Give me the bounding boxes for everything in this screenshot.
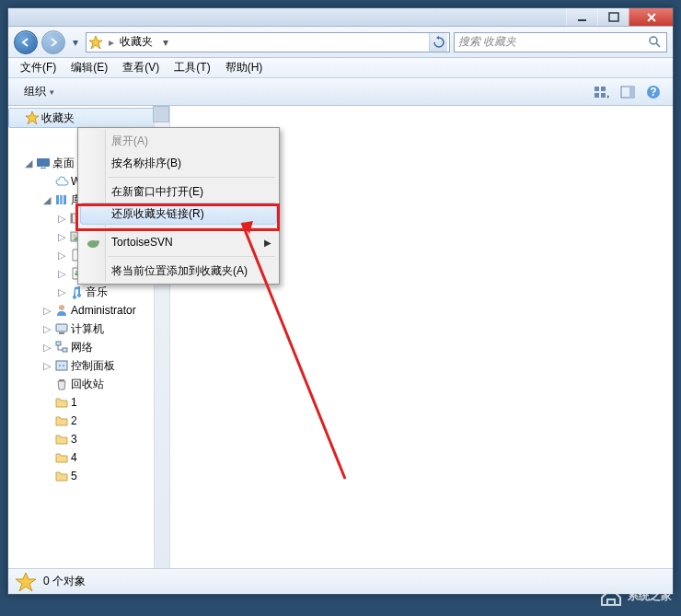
svg-rect-8 xyxy=(601,93,606,98)
expand-icon[interactable]: ▷ xyxy=(56,286,67,298)
context-menu: 展开(A) 按名称排序(B) 在新窗口中打开(E) 还原收藏夹链接(R) Tor… xyxy=(77,127,280,285)
expand-icon[interactable]: ◢ xyxy=(23,157,34,169)
tree-folder-5[interactable]: 5 xyxy=(8,467,155,485)
separator xyxy=(108,177,275,178)
address-dropdown[interactable]: ▾ xyxy=(158,36,173,49)
explorer-window: ▾ ▸ 收藏夹 ▾ 搜索 收藏夹 文件(F) 编辑(E) 查看(V) 工具(T)… xyxy=(7,7,674,595)
tree-folder-3[interactable]: 3 xyxy=(8,430,155,448)
tree-favorites[interactable]: 收藏夹 xyxy=(8,108,155,128)
svg-rect-26 xyxy=(59,332,64,334)
expand-icon[interactable]: ◢ xyxy=(41,194,52,206)
svg-marker-33 xyxy=(16,573,36,591)
tree-control-panel[interactable]: ▷ 控制面板 xyxy=(8,356,155,375)
tree-label: 1 xyxy=(71,396,77,409)
ctx-sort-by-name[interactable]: 按名称排序(B) xyxy=(80,152,277,174)
separator xyxy=(108,256,275,257)
svg-rect-18 xyxy=(63,195,66,204)
computer-icon xyxy=(54,321,69,336)
breadcrumb-location[interactable]: 收藏夹 xyxy=(120,34,153,50)
menu-tools[interactable]: 工具(T) xyxy=(167,58,216,77)
organize-button[interactable]: 组织 ▾ xyxy=(16,80,63,103)
forward-button[interactable] xyxy=(41,30,65,54)
svg-text:?: ? xyxy=(650,86,656,99)
expand-icon[interactable]: ▷ xyxy=(41,360,52,372)
tree-label: 3 xyxy=(71,433,77,446)
nav-history-dropdown[interactable]: ▾ xyxy=(69,33,82,52)
search-box[interactable]: 搜索 收藏夹 xyxy=(454,32,667,52)
expand-icon[interactable]: ▷ xyxy=(56,268,67,280)
svg-rect-10 xyxy=(629,87,634,98)
svg-rect-7 xyxy=(594,93,599,98)
tree-label: 控制面板 xyxy=(71,358,115,374)
tree-label: 音乐 xyxy=(86,285,108,300)
svg-rect-25 xyxy=(56,324,67,331)
menu-view[interactable]: 查看(V) xyxy=(116,58,166,77)
back-button[interactable] xyxy=(14,30,38,54)
ctx-tortoisesvn[interactable]: TortoiseSVN ▶ xyxy=(80,231,277,253)
folder-icon xyxy=(54,432,69,447)
expand-icon[interactable]: ▷ xyxy=(41,342,52,354)
ctx-expand: 展开(A) xyxy=(80,130,277,152)
search-placeholder: 搜索 收藏夹 xyxy=(458,34,516,50)
organize-label: 组织 xyxy=(24,84,46,99)
tree-network[interactable]: ▷ 网络 xyxy=(8,338,155,356)
preview-pane-button[interactable] xyxy=(616,82,640,102)
ctx-add-current-location[interactable]: 将当前位置添加到收藏夹(A) xyxy=(80,260,277,282)
help-button[interactable]: ? xyxy=(641,82,665,102)
tortoise-icon xyxy=(86,235,100,250)
tree-music[interactable]: ▷ 音乐 xyxy=(8,283,155,301)
svg-rect-17 xyxy=(60,195,63,204)
tree-folder-2[interactable]: 2 xyxy=(8,412,155,430)
menu-file[interactable]: 文件(F) xyxy=(14,58,63,77)
user-icon xyxy=(54,303,69,318)
svg-point-31 xyxy=(63,365,64,366)
svg-rect-32 xyxy=(59,379,64,381)
menu-help[interactable]: 帮助(H) xyxy=(219,58,270,77)
menu-bar: 文件(F) 编辑(E) 查看(V) 工具(T) 帮助(H) xyxy=(8,58,673,78)
music-icon xyxy=(69,285,84,299)
svg-line-4 xyxy=(656,43,660,47)
menu-edit[interactable]: 编辑(E) xyxy=(64,58,114,77)
svg-rect-29 xyxy=(56,361,67,370)
library-icon xyxy=(54,192,69,207)
folder-icon xyxy=(54,469,69,483)
network-icon xyxy=(54,340,69,354)
expand-icon[interactable]: ▷ xyxy=(41,305,52,317)
search-icon xyxy=(648,35,663,50)
expand-icon[interactable]: ▷ xyxy=(41,323,52,335)
expand-icon[interactable]: ▷ xyxy=(56,213,67,225)
ctx-open-new-window[interactable]: 在新窗口中打开(E) xyxy=(80,180,277,203)
minimize-button[interactable] xyxy=(566,8,597,26)
title-bar xyxy=(8,8,673,27)
tree-label: 回收站 xyxy=(71,377,104,392)
tree-computer[interactable]: ▷ 计算机 xyxy=(8,320,155,338)
close-button[interactable] xyxy=(629,8,673,26)
folder-icon xyxy=(54,413,69,428)
favorites-icon xyxy=(88,35,103,50)
star-icon xyxy=(16,572,36,592)
breadcrumb-separator: ▸ xyxy=(109,36,114,49)
maximize-button[interactable] xyxy=(597,8,629,26)
tree-administrator[interactable]: ▷ Administrator xyxy=(8,301,155,320)
status-text: 0 个对象 xyxy=(43,574,86,589)
ctx-restore-favorite-links[interactable]: 还原收藏夹链接(R) xyxy=(80,203,277,225)
folder-icon xyxy=(54,450,69,465)
address-bar[interactable]: ▸ 收藏夹 ▾ xyxy=(86,32,450,52)
svg-rect-1 xyxy=(609,13,618,21)
svg-point-30 xyxy=(59,365,61,366)
expand-icon[interactable]: ▷ xyxy=(56,231,67,243)
expand-icon[interactable]: ▷ xyxy=(56,250,67,262)
tree-folder-1[interactable]: 1 xyxy=(8,393,155,412)
tree-folder-4[interactable]: 4 xyxy=(8,448,155,467)
tree-recycle-bin[interactable]: 回收站 xyxy=(8,375,155,393)
svg-point-35 xyxy=(96,240,99,244)
svg-rect-0 xyxy=(578,19,586,21)
svg-rect-5 xyxy=(594,87,599,91)
cloud-icon xyxy=(54,174,69,189)
watermark: 系统之家 xyxy=(598,585,672,607)
svg-rect-20 xyxy=(71,214,73,223)
svg-rect-28 xyxy=(63,348,67,352)
separator xyxy=(108,227,275,228)
view-options-button[interactable] xyxy=(590,82,614,102)
refresh-button[interactable] xyxy=(429,33,447,52)
